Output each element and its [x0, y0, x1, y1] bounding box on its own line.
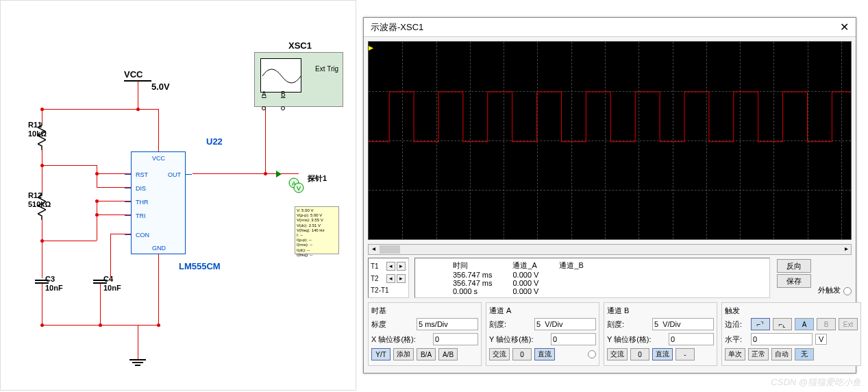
- wire: [42, 109, 158, 110]
- probe-line: I(dc): --: [297, 248, 337, 253]
- wire: [110, 234, 111, 275]
- wire: [158, 109, 159, 151]
- trigger-b-button[interactable]: B: [817, 318, 836, 330]
- probe-line: I(freq): --: [297, 253, 337, 258]
- wire: [138, 82, 138, 109]
- reverse-button[interactable]: 反向: [777, 259, 811, 273]
- chb-ypos-label: Y 轴位移(格):: [607, 334, 666, 345]
- cha-title: 通道 A: [489, 306, 596, 316]
- trigger-a-button[interactable]: A: [795, 318, 814, 330]
- cha-ypos-input[interactable]: [551, 333, 596, 345]
- wire: [193, 173, 299, 174]
- wire: [110, 275, 111, 278]
- trigger-single-button[interactable]: 单次: [725, 348, 745, 360]
- cursor-header-time: 时间: [443, 260, 502, 271]
- scroll-left-icon[interactable]: ◂: [369, 245, 378, 254]
- diff-time: 0.000 s: [443, 287, 502, 295]
- scope-terminal-b[interactable]: [281, 106, 285, 110]
- channel-a-group: 通道 A 刻度: Y 轴位移(格): 交流 0 直流: [486, 302, 599, 366]
- pin-dis: DIS: [136, 185, 146, 192]
- pin-vcc: VCC: [152, 155, 165, 162]
- trigger-level-input[interactable]: [751, 333, 813, 345]
- falling-edge-button[interactable]: ⌐⌞: [773, 318, 792, 330]
- timebase-xpos-input[interactable]: [433, 333, 478, 345]
- t2-right-button[interactable]: ▸: [397, 274, 406, 283]
- scope-ch-a: A: [262, 90, 266, 98]
- wire: [42, 284, 42, 325]
- diff-a: 0.000 V: [502, 287, 549, 295]
- probe-readout[interactable]: V: 5.00 V V(p-p): 5.00 V V(rms): 3.55 V …: [295, 206, 339, 254]
- probe-marker[interactable]: AV: [288, 177, 305, 195]
- add-button[interactable]: 添加: [393, 348, 414, 360]
- cha-scale-input[interactable]: [534, 318, 596, 330]
- t1-left-button[interactable]: ◂: [386, 262, 395, 271]
- cha-zero-button[interactable]: 0: [512, 348, 532, 360]
- cursor-readout: 时间通道_A通道_B 356.747 ms0.000 V 356.747 ms0…: [414, 258, 770, 298]
- scope-symbol[interactable]: Ext Trig A B: [254, 52, 343, 107]
- ic-lm555[interactable]: VCC RST DIS THR TRI CON OUT GND: [131, 151, 186, 254]
- ext-trig-radio[interactable]: [843, 287, 852, 295]
- ic-part: LM555CM: [179, 261, 221, 271]
- chb-minus-button[interactable]: -: [675, 348, 695, 360]
- oscilloscope-title: 示波器-XSC1: [371, 21, 423, 34]
- resistor-r12[interactable]: [38, 193, 46, 220]
- oscilloscope-screen[interactable]: ▸: [368, 41, 852, 240]
- oscilloscope-titlebar[interactable]: 示波器-XSC1 ✕: [364, 18, 856, 37]
- scope-terminal-a[interactable]: [262, 106, 266, 110]
- ext-trig-label: Ext Trig: [315, 65, 338, 73]
- trigger-normal-button[interactable]: 正常: [748, 348, 769, 360]
- ab-button[interactable]: A/B: [438, 348, 458, 360]
- pin-out: OUT: [168, 171, 181, 178]
- timebase-scale-input[interactable]: [417, 318, 478, 330]
- cha-ac-button[interactable]: 交流: [489, 348, 510, 360]
- wire: [265, 107, 266, 173]
- chb-ac-button[interactable]: 交流: [607, 348, 628, 360]
- trigger-edge-label: 边沿:: [725, 319, 748, 330]
- schematic-canvas[interactable]: VCC 5.0V R11 10kΩ R12 510kΩ C3 10nF C4 1…: [0, 0, 356, 391]
- chb-scale-input[interactable]: [652, 318, 714, 330]
- t1-right-button[interactable]: ▸: [397, 262, 406, 271]
- cursor-marker-t1[interactable]: ▸: [369, 42, 373, 53]
- chb-zero-button[interactable]: 0: [630, 348, 649, 360]
- wire: [138, 325, 138, 359]
- trigger-title: 触发: [725, 306, 858, 316]
- oscilloscope-scrollbar[interactable]: ◂ ▸: [368, 244, 852, 255]
- trigger-none-button[interactable]: 无: [795, 348, 814, 360]
- timebase-scale-label: 标度: [371, 319, 414, 330]
- yt-button[interactable]: Y/T: [371, 348, 390, 360]
- probe-line: V(dc): 2.51 V: [297, 223, 337, 228]
- resistor-r11[interactable]: [38, 123, 46, 150]
- t2-left-button[interactable]: ◂: [386, 274, 395, 283]
- chb-ypos-input[interactable]: [669, 333, 714, 345]
- cha-dc-button[interactable]: 直流: [534, 348, 555, 360]
- channel-b-group: 通道 B 刻度: Y 轴位移(格): 交流 0 直流 -: [604, 302, 717, 366]
- trigger-level-unit: V: [815, 334, 827, 345]
- close-icon[interactable]: ✕: [840, 21, 849, 34]
- probe-line: I(p-p): --: [297, 238, 337, 243]
- probe-arrow-icon: [276, 171, 282, 177]
- trigger-auto-button[interactable]: 自动: [771, 348, 792, 360]
- oscilloscope-window[interactable]: 示波器-XSC1 ✕ ▸ ◂ ▸ T1 ◂ ▸ T2 ◂: [363, 17, 856, 373]
- svg-text:V: V: [297, 185, 301, 192]
- node: [99, 323, 102, 327]
- wire: [42, 220, 42, 241]
- pin-rst: RST: [136, 171, 148, 178]
- oscilloscope-trace: [369, 42, 851, 242]
- ic-refdes: U22: [206, 136, 223, 147]
- chb-title: 通道 B: [607, 306, 714, 316]
- probe-line: V(rms): 3.55 V: [297, 218, 337, 223]
- trigger-group: 触发 边沿: ⌐⌝ ⌐⌞ A B Ext 水平: V 单次 正常 自: [721, 302, 861, 366]
- scrollbar-thumb[interactable]: [380, 245, 400, 254]
- cursor-t2-label: T2: [371, 275, 386, 282]
- trigger-ext-button[interactable]: Ext: [839, 318, 858, 330]
- scroll-right-icon[interactable]: ▸: [841, 245, 851, 254]
- cha-enable-radio[interactable]: [588, 350, 596, 358]
- probe-line: I: --: [297, 233, 337, 238]
- ba-button[interactable]: B/A: [417, 348, 436, 360]
- vcc-value: 5.0V: [151, 82, 170, 92]
- save-button[interactable]: 保存: [777, 274, 811, 288]
- rising-edge-button[interactable]: ⌐⌝: [751, 318, 770, 330]
- chb-dc-button[interactable]: 直流: [652, 348, 673, 360]
- wire: [42, 241, 97, 241]
- probe-line: V(freq): 140 Hz: [297, 228, 337, 233]
